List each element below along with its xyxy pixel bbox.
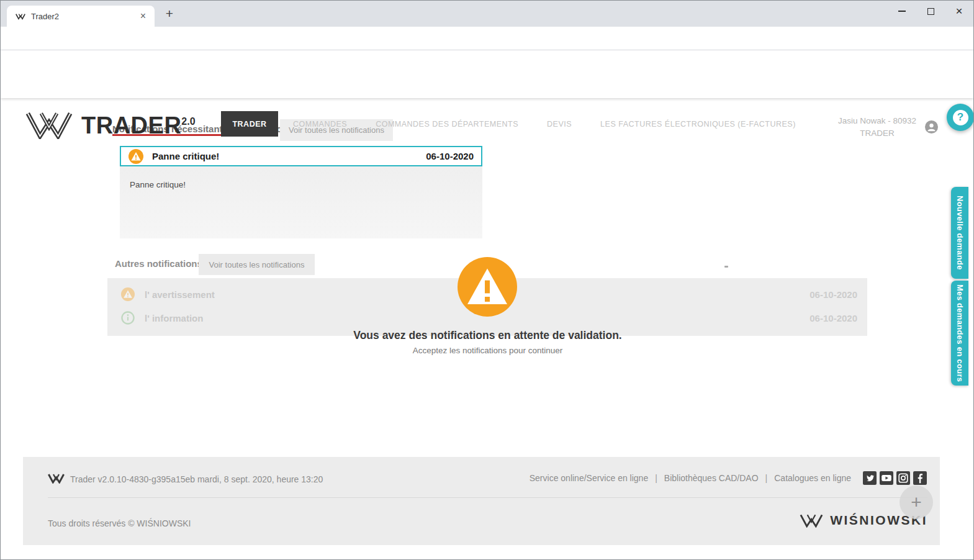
youtube-icon[interactable]: [880, 471, 893, 485]
new-request-tab-label: Nouvelle demande: [955, 196, 965, 270]
tab-close-icon[interactable]: ×: [138, 11, 148, 21]
pending-validation-hint: Acceptez les notifications pour continue…: [1, 346, 974, 355]
window-maximize-button[interactable]: [916, 1, 945, 22]
notification-title: Panne critique!: [152, 151, 219, 161]
new-tab-button[interactable]: +: [161, 5, 178, 22]
browser-window: Trader2 × + × ← → ↻ trader.wisniowski.pl…: [0, 0, 974, 560]
app-version-text: Trader v2.0.10-4830-g395a15eb mardi, 8 s…: [70, 474, 323, 484]
main-nav: TRADER COMMANDES COMMANDES DES DÉPARTEME…: [221, 100, 810, 148]
wisniowski-logo-icon[interactable]: [25, 111, 73, 139]
link-cad-libraries[interactable]: Bibliothèques CAD/DAO: [664, 473, 759, 483]
footer-logo-icon: [48, 473, 65, 484]
tab-title: Trader2: [31, 12, 138, 21]
instagram-icon[interactable]: [896, 471, 910, 485]
pending-validation-message: Vous avez des notifications en attente d…: [1, 329, 974, 342]
twitter-icon[interactable]: [863, 471, 877, 485]
other-notifications-title: Autres notifications: [115, 258, 202, 269]
user-info: Jasiu Nowak - 80932 TRADER: [838, 116, 916, 138]
user-name: Jasiu Nowak - 80932: [838, 116, 916, 125]
app-title: TRADER2.0: [81, 112, 196, 139]
footer-divider: [48, 497, 927, 498]
facebook-icon[interactable]: [913, 471, 927, 485]
window-close-button[interactable]: ×: [945, 1, 973, 22]
list-item-label: l' avertissement: [145, 289, 215, 300]
list-item-label: l' information: [145, 313, 203, 323]
window-minimize-button[interactable]: [888, 1, 916, 22]
wisniowski-logo-icon: [800, 513, 823, 528]
list-item-date: 06-10-2020: [809, 289, 857, 300]
nav-item-e-factures[interactable]: LES FACTURES ÉLECTRONIQUES (E-FACTURES): [586, 120, 810, 129]
app-title-version: 2.0: [181, 116, 195, 127]
nav-item-trader[interactable]: TRADER: [221, 111, 278, 137]
browser-toolbar: ← → ↻ trader.wisniowski.pl/app/trader/ A…: [1, 27, 973, 50]
social-icons: [863, 471, 927, 485]
list-item-date: 06-10-2020: [809, 313, 857, 323]
maximize-icon: [927, 8, 934, 15]
link-service-online[interactable]: Service online/Service en ligne: [530, 473, 648, 483]
warning-icon: [129, 149, 143, 164]
notification-date: 06-10-2020: [426, 151, 474, 161]
app-title-text: TRADER: [81, 112, 181, 138]
browser-tabstrip: Trader2 × + ×: [1, 1, 973, 27]
user-avatar-icon[interactable]: [925, 120, 938, 133]
view-all-others-button[interactable]: Voir toutes les notifications: [199, 254, 315, 275]
favicon-icon: [16, 12, 25, 20]
critical-notification-header[interactable]: Panne critique! 06-10-2020: [120, 146, 482, 166]
info-icon: [121, 311, 135, 325]
copyright-text: Tous droits réservés © WIŚNIOWSKI: [48, 518, 191, 528]
pending-validation-warning-icon: [458, 257, 517, 317]
my-requests-tab[interactable]: Mes demandes en cours: [951, 281, 968, 386]
nav-item-commandes-departements[interactable]: COMMANDES DES DÉPARTEMENTS: [361, 120, 533, 129]
footer-links: Service online/Service en ligne | Biblio…: [530, 471, 927, 485]
help-button[interactable]: ?: [947, 104, 974, 131]
question-mark-icon: ?: [953, 110, 968, 125]
footer: Trader v2.0.10-4830-g395a15eb mardi, 8 s…: [23, 457, 940, 545]
link-online-catalogues[interactable]: Catalogues en ligne: [774, 473, 851, 483]
notification-body: Panne critique!: [120, 166, 482, 238]
browser-tab[interactable]: Trader2 ×: [7, 6, 155, 27]
notification-body-text: Panne critique!: [130, 180, 472, 189]
nav-item-commandes[interactable]: COMMANDES: [279, 120, 361, 129]
my-requests-tab-label: Mes demandes en cours: [955, 284, 965, 382]
user-role: TRADER: [838, 129, 916, 138]
app-header: TRADER2.0 TRADER COMMANDES COMMANDES DES…: [1, 50, 973, 98]
warning-icon: [121, 287, 135, 301]
scroll-top-button[interactable]: +: [900, 485, 933, 519]
stray-dot: [724, 266, 728, 268]
link-separator: |: [759, 473, 775, 483]
new-request-tab[interactable]: Nouvelle demande: [951, 187, 968, 279]
minimize-icon: [898, 11, 906, 12]
link-separator: |: [648, 473, 664, 483]
nav-item-devis[interactable]: DEVIS: [533, 120, 586, 129]
window-controls: ×: [888, 1, 973, 22]
